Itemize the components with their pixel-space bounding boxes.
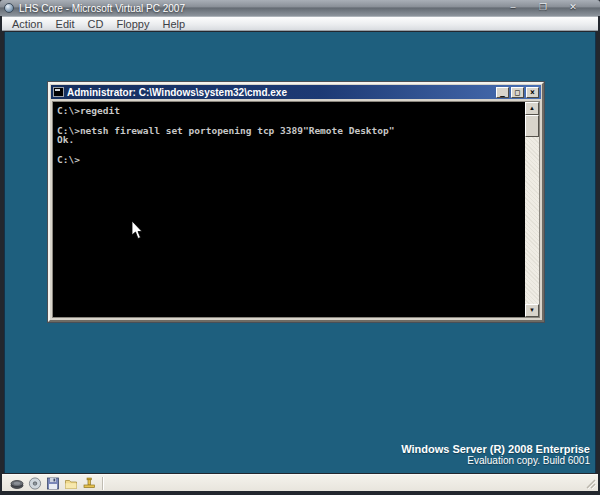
- hard-disk-icon[interactable]: [10, 477, 24, 490]
- scroll-up-icon[interactable]: ▲: [525, 102, 539, 115]
- menu-action[interactable]: Action: [12, 18, 43, 30]
- edition-watermark: Windows Server (R) 2008 Enterprise Evalu…: [401, 443, 590, 467]
- mouse-cursor-icon: [131, 221, 143, 240]
- cmd-window[interactable]: Administrator: C:\Windows\system32\cmd.e…: [48, 82, 544, 322]
- edition-name: Windows Server (R) 2008 Enterprise: [401, 443, 590, 455]
- cmd-title: Administrator: C:\Windows\system32\cmd.e…: [67, 87, 287, 98]
- cd-drive-icon[interactable]: [28, 477, 42, 490]
- menu-floppy[interactable]: Floppy: [116, 18, 149, 30]
- cmd-minimize-button[interactable]: _: [496, 87, 509, 98]
- virtual-pc-logo-icon: [4, 3, 14, 13]
- cmd-close-button[interactable]: ×: [526, 87, 539, 98]
- statusbar-separator: [102, 477, 104, 490]
- virtual-pc-window: { "window": { "title": "LHS Core - Micro…: [0, 0, 600, 495]
- evaluation-build: Evaluation copy. Build 6001: [401, 455, 590, 467]
- scroll-down-icon[interactable]: ▼: [525, 304, 539, 317]
- close-button[interactable]: ✕: [566, 1, 580, 14]
- cmd-prompt-icon: [53, 87, 64, 97]
- cmd-console[interactable]: C:\>regedit C:\>netsh firewall set porto…: [52, 101, 540, 318]
- cmd-maximize-button[interactable]: □: [511, 87, 524, 98]
- cmd-scrollbar[interactable]: ▲ ▼: [525, 102, 539, 317]
- menu-edit[interactable]: Edit: [56, 18, 75, 30]
- vm-desktop[interactable]: Administrator: C:\Windows\system32\cmd.e…: [4, 32, 596, 473]
- window-caption-buttons: – ❐ ✕: [506, 1, 580, 14]
- status-bar: [2, 474, 598, 491]
- menu-help[interactable]: Help: [162, 18, 185, 30]
- floppy-icon[interactable]: [46, 477, 60, 490]
- console-output: C:\>regedit C:\>netsh firewall set porto…: [57, 106, 394, 165]
- window-titlebar[interactable]: LHS Core - Microsoft Virtual PC 2007 – ❐…: [0, 0, 600, 16]
- cmd-caption-buttons: _ □ ×: [496, 87, 539, 98]
- menu-cd[interactable]: CD: [88, 18, 104, 30]
- network-icon[interactable]: [82, 477, 96, 490]
- shared-folders-icon[interactable]: [64, 477, 78, 490]
- scrollbar-thumb[interactable]: [525, 115, 539, 137]
- menu-bar: Action Edit CD Floppy Help: [2, 16, 598, 31]
- resize-grip-icon[interactable]: [584, 477, 597, 490]
- cmd-titlebar[interactable]: Administrator: C:\Windows\system32\cmd.e…: [51, 85, 541, 99]
- minimize-button[interactable]: –: [506, 1, 520, 14]
- window-title: LHS Core - Microsoft Virtual PC 2007: [19, 3, 185, 14]
- maximize-button[interactable]: ❐: [536, 1, 550, 14]
